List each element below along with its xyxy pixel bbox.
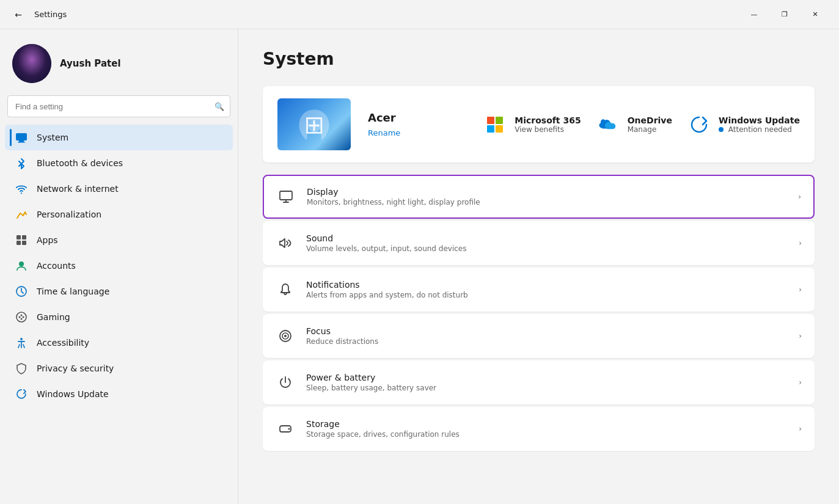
attention-dot (719, 127, 724, 132)
main-content: System ⊞ Acer Rename (238, 29, 839, 504)
sidebar-item-privacy[interactable]: Privacy & security (5, 356, 233, 381)
sidebar-item-time[interactable]: Time & language (5, 279, 233, 304)
focus-icon (276, 326, 295, 346)
sidebar-label-accessibility: Accessibility (37, 338, 89, 348)
apps-icon (15, 233, 28, 247)
settings-item-notifications[interactable]: Notifications Alerts from apps and syste… (263, 268, 815, 312)
winupdate-action[interactable]: Windows Update Attention needed (687, 112, 800, 137)
sidebar-label-personalization: Personalization (37, 210, 101, 219)
svg-point-9 (16, 312, 26, 322)
search-input[interactable] (7, 95, 230, 117)
winupdate-icon-wrap (687, 112, 711, 137)
sidebar-label-bluetooth: Bluetooth & devices (37, 158, 123, 168)
svg-rect-15 (280, 191, 292, 200)
settings-item-power[interactable]: Power & battery Sleep, battery usage, ba… (263, 360, 815, 404)
sidebar-item-network[interactable]: Network & internet (5, 176, 233, 202)
sidebar-label-time: Time & language (37, 287, 109, 296)
sidebar-label-system: System (37, 133, 68, 142)
svg-point-18 (284, 335, 287, 337)
notifications-subtitle: Alerts from apps and system, do not dist… (306, 291, 788, 299)
sidebar-item-windowsupdate[interactable]: Windows Update (5, 381, 233, 407)
onedrive-icon (598, 118, 618, 131)
search-icon: 🔍 (214, 102, 224, 111)
settings-item-focus[interactable]: Focus Reduce distractions › (263, 314, 815, 358)
svg-rect-4 (22, 235, 26, 239)
onedrive-icon-wrap (596, 112, 620, 137)
winupdate-action-icon (689, 115, 709, 134)
personalization-icon (15, 208, 28, 221)
sidebar-item-system[interactable]: System (5, 125, 233, 150)
gaming-icon (15, 310, 28, 324)
winupdate-label: Windows Update (719, 115, 800, 125)
ms365-action[interactable]: Microsoft 365 View benefits (483, 112, 581, 137)
window-controls: — ❐ ✕ (740, 5, 829, 24)
display-icon (276, 187, 296, 206)
minimize-icon: — (751, 10, 758, 18)
display-title: Display (307, 187, 787, 197)
onedrive-label: OneDrive (628, 115, 672, 125)
onedrive-action[interactable]: OneDrive Manage (596, 112, 672, 137)
storage-chevron: › (799, 425, 802, 433)
notifications-icon (276, 280, 295, 299)
network-icon (15, 182, 28, 195)
restore-icon: ❐ (782, 10, 788, 18)
sound-subtitle: Volume levels, output, input, sound devi… (306, 244, 788, 253)
notifications-text: Notifications Alerts from apps and syste… (306, 280, 788, 299)
back-button[interactable]: ← (10, 6, 27, 23)
search-box: 🔍 (7, 95, 230, 117)
svg-rect-0 (16, 133, 27, 141)
ms365-icon-wrap (483, 112, 507, 137)
svg-point-20 (288, 428, 290, 430)
svg-rect-1 (19, 141, 24, 142)
restore-button[interactable]: ❐ (771, 5, 799, 24)
page-title: System (263, 49, 815, 69)
svg-point-7 (19, 261, 24, 266)
minimize-button[interactable]: — (740, 5, 768, 24)
onedrive-sublabel: Manage (628, 125, 672, 134)
power-chevron: › (799, 378, 802, 387)
storage-title: Storage (306, 419, 788, 429)
rename-link[interactable]: Rename (368, 128, 400, 137)
svg-point-11 (23, 316, 24, 318)
settings-item-display[interactable]: Display Monitors, brightness, night ligh… (263, 175, 815, 219)
power-subtitle: Sleep, battery usage, battery saver (306, 384, 788, 392)
svg-point-14 (20, 338, 23, 340)
close-icon: ✕ (812, 10, 818, 18)
user-section: Ayush Patel (5, 39, 233, 95)
sidebar-item-gaming[interactable]: Gaming (5, 304, 233, 330)
sidebar-item-accounts[interactable]: Accounts (5, 253, 233, 279)
svg-rect-2 (18, 142, 25, 143)
sidebar-label-network: Network & internet (37, 184, 119, 194)
title-bar: ← Settings — ❐ ✕ (0, 0, 839, 29)
ms365-icon (487, 117, 503, 133)
sidebar-label-privacy: Privacy & security (37, 363, 114, 373)
winupdate-text: Windows Update Attention needed (719, 115, 800, 134)
sidebar-item-accessibility[interactable]: Accessibility (5, 330, 233, 356)
ms365-text: Microsoft 365 View benefits (515, 115, 581, 134)
focus-title: Focus (306, 326, 788, 336)
storage-icon (276, 419, 295, 439)
storage-subtitle: Storage space, drives, configuration rul… (306, 430, 788, 439)
bluetooth-icon (15, 156, 28, 170)
system-name-section: Acer Rename (368, 111, 400, 138)
display-text: Display Monitors, brightness, night ligh… (307, 187, 787, 206)
settings-item-storage[interactable]: Storage Storage space, drives, configura… (263, 407, 815, 451)
app-body: Ayush Patel 🔍 System (0, 29, 839, 504)
time-icon (15, 285, 28, 298)
close-button[interactable]: ✕ (801, 5, 829, 24)
back-icon: ← (15, 10, 22, 20)
svg-point-10 (19, 316, 21, 318)
winupdate-sublabel: Attention needed (728, 125, 792, 134)
sidebar-item-personalization[interactable]: Personalization (5, 202, 233, 227)
privacy-icon (15, 362, 28, 375)
svg-rect-6 (22, 241, 26, 245)
sidebar-item-apps[interactable]: Apps (5, 227, 233, 253)
settings-item-sound[interactable]: Sound Volume levels, output, input, soun… (263, 221, 815, 265)
power-icon (276, 373, 295, 392)
windows-logo: ⊞ (304, 111, 324, 139)
sidebar-item-bluetooth[interactable]: Bluetooth & devices (5, 150, 233, 176)
sidebar-label-accounts: Accounts (37, 261, 76, 271)
svg-point-13 (21, 318, 23, 320)
avatar-image (12, 44, 51, 83)
storage-text: Storage Storage space, drives, configura… (306, 419, 788, 439)
